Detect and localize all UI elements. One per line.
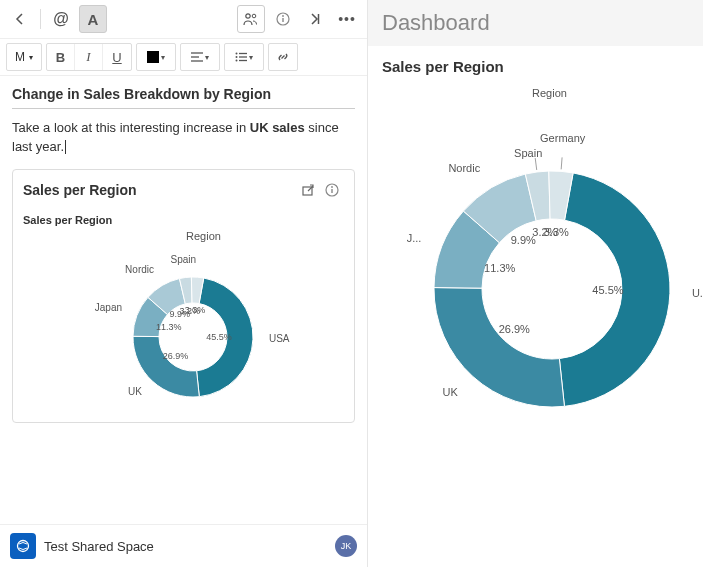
link-button[interactable] <box>269 44 297 70</box>
dashboard-title: Dashboard <box>368 0 703 46</box>
content-paragraph: Take a look at this interesting increase… <box>12 119 355 157</box>
svg-point-0 <box>246 14 250 18</box>
svg-point-17 <box>331 186 333 188</box>
svg-point-3 <box>282 15 284 17</box>
svg-line-33 <box>561 157 562 169</box>
svg-point-11 <box>236 56 238 58</box>
svg-text:3.3%: 3.3% <box>544 226 569 238</box>
svg-point-9 <box>236 53 238 55</box>
svg-text:26.9%: 26.9% <box>163 350 189 360</box>
separator <box>40 9 41 29</box>
svg-point-13 <box>236 60 238 62</box>
back-button[interactable] <box>6 5 34 33</box>
embedded-chart-card: Sales per Region Sales per Region Region… <box>12 169 355 423</box>
info-button[interactable] <box>269 5 297 33</box>
legend-title: Region <box>382 87 703 99</box>
legend-title: Region <box>23 230 344 242</box>
collapse-button[interactable] <box>301 5 329 33</box>
space-name[interactable]: Test Shared Space <box>44 539 154 554</box>
text-style-select[interactable]: M▾ <box>7 44 41 70</box>
mention-button[interactable]: @ <box>47 5 75 33</box>
donut-chart-small: 45.5%26.9%11.3%9.9%3.2%3.3% USAUKJapanNo… <box>23 242 344 412</box>
chevron-down-icon: ▾ <box>161 53 165 62</box>
content-heading: Change in Sales Breakdown by Region <box>12 86 355 109</box>
dashboard-card-title: Sales per Region <box>382 58 703 75</box>
space-icon[interactable] <box>10 533 36 559</box>
share-icon[interactable] <box>296 178 320 202</box>
editor-content[interactable]: Change in Sales Breakdown by Region Take… <box>0 76 367 524</box>
card-title: Sales per Region <box>23 182 296 198</box>
chevron-down-icon: ▾ <box>29 53 33 62</box>
svg-text:3.3%: 3.3% <box>185 305 206 315</box>
user-avatar[interactable]: JK <box>335 535 357 557</box>
color-swatch <box>147 51 159 63</box>
donut-chart-large: 45.5%26.9%11.3%9.9%3.2%3.3% U...UKJ...No… <box>382 99 703 439</box>
text-cursor <box>65 140 66 154</box>
svg-rect-4 <box>282 18 283 22</box>
svg-text:26.9%: 26.9% <box>499 323 530 335</box>
card-subtitle: Sales per Region <box>13 210 354 226</box>
svg-line-31 <box>535 158 537 170</box>
color-select[interactable]: ▾ <box>137 44 175 70</box>
text-format-button[interactable]: A <box>79 5 107 33</box>
info-icon[interactable] <box>320 178 344 202</box>
svg-text:45.5%: 45.5% <box>592 284 623 296</box>
chevron-down-icon: ▾ <box>249 53 253 62</box>
bold-button[interactable]: B <box>47 44 75 70</box>
list-select[interactable]: ▾ <box>225 44 263 70</box>
underline-button[interactable]: U <box>103 44 131 70</box>
chevron-down-icon: ▾ <box>205 53 209 62</box>
align-select[interactable]: ▾ <box>181 44 219 70</box>
people-button[interactable] <box>237 5 265 33</box>
svg-text:11.3%: 11.3% <box>156 322 182 332</box>
svg-text:45.5%: 45.5% <box>206 332 232 342</box>
dashboard-chart-card: Sales per Region Region 45.5%26.9%11.3%9… <box>368 46 703 567</box>
more-button[interactable]: ••• <box>333 5 361 33</box>
italic-button[interactable]: I <box>75 44 103 70</box>
svg-point-1 <box>252 14 256 18</box>
svg-text:11.3%: 11.3% <box>484 262 515 274</box>
svg-rect-18 <box>331 189 332 193</box>
